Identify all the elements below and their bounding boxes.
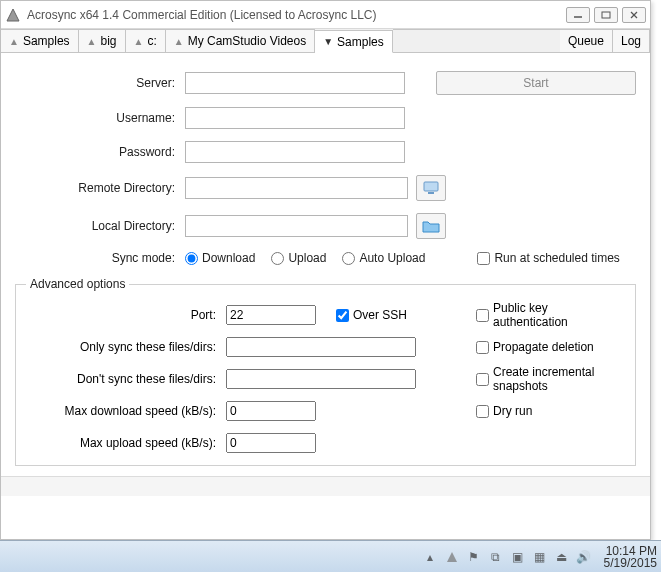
- up-triangle-icon: ▲: [174, 36, 184, 47]
- username-label: Username:: [15, 111, 185, 125]
- titlebar: Acrosync x64 1.4 Commercial Edition (Lic…: [1, 1, 650, 29]
- local-dir-browse-button[interactable]: [416, 213, 446, 239]
- monitor-icon: [422, 181, 440, 195]
- svg-marker-7: [447, 552, 457, 562]
- sync-mode-label: Sync mode:: [15, 251, 185, 265]
- tabbar: ▲Samples ▲big ▲c: ▲My CamStudio Videos ▼…: [1, 29, 650, 53]
- down-triangle-icon: ▼: [323, 36, 333, 47]
- tab-samples-1[interactable]: ▲Samples: [1, 29, 79, 52]
- tray-volume-icon[interactable]: 🔊: [576, 549, 592, 565]
- tab-samples-2[interactable]: ▼Samples: [315, 30, 393, 53]
- server-label: Server:: [15, 76, 185, 90]
- tray-app-icon[interactable]: [444, 549, 460, 565]
- over-ssh-check[interactable]: Over SSH: [336, 308, 407, 322]
- maximize-button[interactable]: [594, 7, 618, 23]
- max-up-input[interactable]: [226, 433, 316, 453]
- minimize-button[interactable]: [566, 7, 590, 23]
- svg-rect-5: [424, 182, 438, 191]
- svg-rect-6: [428, 192, 434, 194]
- incremental-check[interactable]: Create incremental snapshots: [476, 365, 625, 393]
- tray-up-icon[interactable]: ▴: [422, 549, 438, 565]
- tab-big[interactable]: ▲big: [79, 29, 126, 52]
- max-up-label: Max upload speed (kB/s):: [26, 436, 226, 450]
- svg-rect-2: [602, 12, 610, 18]
- start-button[interactable]: Start: [436, 71, 636, 95]
- only-sync-input[interactable]: [226, 337, 416, 357]
- max-down-input[interactable]: [226, 401, 316, 421]
- password-label: Password:: [15, 145, 185, 159]
- up-triangle-icon: ▲: [134, 36, 144, 47]
- scheduled-check[interactable]: Run at scheduled times: [477, 251, 619, 265]
- taskbar-clock[interactable]: 10:14 PM 5/19/2015: [604, 545, 657, 569]
- remote-dir-label: Remote Directory:: [15, 181, 185, 195]
- local-dir-input[interactable]: [185, 215, 408, 237]
- remote-dir-browse-button[interactable]: [416, 175, 446, 201]
- only-sync-label: Only sync these files/dirs:: [26, 340, 226, 354]
- folder-icon: [422, 219, 440, 233]
- remote-dir-input[interactable]: [185, 177, 408, 199]
- statusbar: [1, 476, 650, 496]
- dont-sync-input[interactable]: [226, 369, 416, 389]
- window-buttons: [566, 7, 646, 23]
- tray-flag-icon[interactable]: ⚑: [466, 549, 482, 565]
- username-input[interactable]: [185, 107, 405, 129]
- close-button[interactable]: [622, 7, 646, 23]
- sync-download-option[interactable]: Download: [185, 251, 255, 265]
- taskbar: ▴ ⚑ ⧉ ▣ ▦ ⏏ 🔊 10:14 PM 5/19/2015: [0, 540, 661, 572]
- up-triangle-icon: ▲: [9, 36, 19, 47]
- tray-usb-icon[interactable]: ⏏: [554, 549, 570, 565]
- dont-sync-label: Don't sync these files/dirs:: [26, 372, 226, 386]
- sync-upload-option[interactable]: Upload: [271, 251, 326, 265]
- sync-auto-option[interactable]: Auto Upload: [342, 251, 425, 265]
- content-area: Server: Start Username: Password: Remote…: [1, 53, 650, 476]
- app-window: Acrosync x64 1.4 Commercial Edition (Lic…: [0, 0, 651, 540]
- dry-run-check[interactable]: Dry run: [476, 404, 532, 418]
- tab-queue[interactable]: Queue: [560, 29, 613, 52]
- tray-vm-icon[interactable]: ▦: [532, 549, 548, 565]
- app-icon: [5, 7, 21, 23]
- password-input[interactable]: [185, 141, 405, 163]
- system-tray: ▴ ⚑ ⧉ ▣ ▦ ⏏ 🔊 10:14 PM 5/19/2015: [422, 545, 657, 569]
- window-title: Acrosync x64 1.4 Commercial Edition (Lic…: [27, 8, 566, 22]
- tab-camstudio[interactable]: ▲My CamStudio Videos: [166, 29, 315, 52]
- max-down-label: Max download speed (kB/s):: [26, 404, 226, 418]
- up-triangle-icon: ▲: [87, 36, 97, 47]
- tab-c[interactable]: ▲c:: [126, 29, 166, 52]
- pubkey-check[interactable]: Public key authentication: [476, 301, 625, 329]
- local-dir-label: Local Directory:: [15, 219, 185, 233]
- advanced-fieldset: Advanced options Port: Over SSH Public k…: [15, 277, 636, 466]
- tab-log[interactable]: Log: [613, 29, 650, 52]
- propagate-check[interactable]: Propagate deletion: [476, 340, 594, 354]
- tray-network-icon[interactable]: ⧉: [488, 549, 504, 565]
- server-input[interactable]: [185, 72, 405, 94]
- port-label: Port:: [26, 308, 226, 322]
- port-input[interactable]: [226, 305, 316, 325]
- advanced-legend: Advanced options: [26, 277, 129, 291]
- svg-marker-0: [7, 9, 19, 21]
- tray-box-icon[interactable]: ▣: [510, 549, 526, 565]
